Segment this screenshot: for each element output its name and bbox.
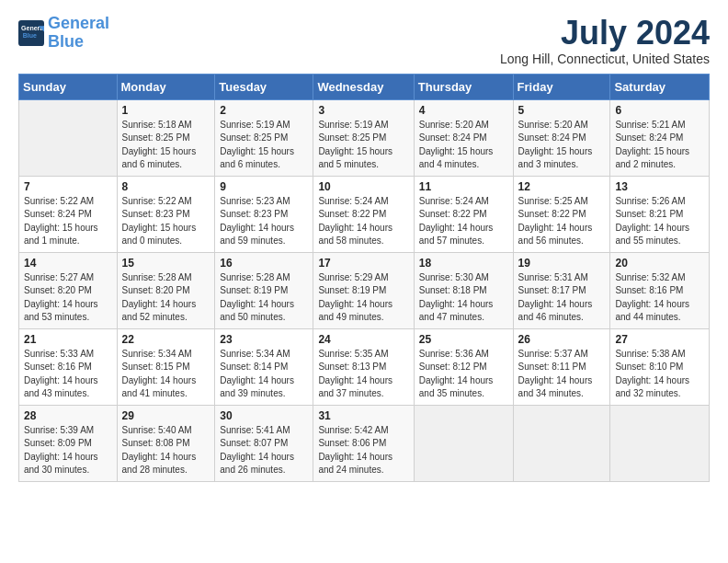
calendar-cell: 1Sunrise: 5:18 AMSunset: 8:25 PMDaylight… [117,99,215,176]
day-number: 10 [318,180,408,193]
day-number: 7 [24,180,112,193]
calendar-week-row: 7Sunrise: 5:22 AMSunset: 8:24 PMDaylight… [19,176,710,252]
day-number: 22 [122,333,210,346]
calendar-cell: 23Sunrise: 5:34 AMSunset: 8:14 PMDayligh… [215,328,313,405]
day-number: 12 [518,180,606,193]
day-info: Sunrise: 5:38 AMSunset: 8:10 PMDaylight:… [615,348,704,401]
day-header-wednesday: Wednesday [313,74,414,99]
day-number: 28 [24,409,112,422]
calendar-cell: 17Sunrise: 5:29 AMSunset: 8:19 PMDayligh… [313,252,414,328]
day-info: Sunrise: 5:40 AMSunset: 8:08 PMDaylight:… [122,424,210,477]
calendar-cell: 8Sunrise: 5:22 AMSunset: 8:23 PMDaylight… [117,176,215,252]
day-info: Sunrise: 5:41 AMSunset: 8:07 PMDaylight:… [220,424,308,477]
day-number: 3 [318,104,408,117]
day-info: Sunrise: 5:24 AMSunset: 8:22 PMDaylight:… [318,195,408,248]
day-number: 25 [419,333,508,346]
calendar-cell: 19Sunrise: 5:31 AMSunset: 8:17 PMDayligh… [513,252,610,328]
day-number: 16 [220,257,308,270]
day-info: Sunrise: 5:28 AMSunset: 8:20 PMDaylight:… [122,271,210,325]
day-info: Sunrise: 5:20 AMSunset: 8:24 PMDaylight:… [518,119,606,172]
day-number: 26 [518,333,606,346]
calendar-cell: 7Sunrise: 5:22 AMSunset: 8:24 PMDaylight… [19,176,118,252]
calendar-cell: 15Sunrise: 5:28 AMSunset: 8:20 PMDayligh… [117,252,215,328]
calendar-week-row: 21Sunrise: 5:33 AMSunset: 8:16 PMDayligh… [19,328,710,405]
day-info: Sunrise: 5:22 AMSunset: 8:24 PMDaylight:… [24,195,112,248]
calendar-cell: 30Sunrise: 5:41 AMSunset: 8:07 PMDayligh… [215,405,313,481]
day-info: Sunrise: 5:20 AMSunset: 8:24 PMDaylight:… [419,119,508,172]
day-number: 14 [24,257,112,270]
calendar-cell [513,405,610,481]
calendar-cell: 27Sunrise: 5:38 AMSunset: 8:10 PMDayligh… [610,328,710,405]
calendar-cell: 28Sunrise: 5:39 AMSunset: 8:09 PMDayligh… [19,405,118,481]
title-block: July 2024 Long Hill, Connecticut, United… [500,15,710,66]
calendar-cell [19,99,118,176]
day-info: Sunrise: 5:28 AMSunset: 8:19 PMDaylight:… [220,271,308,325]
day-number: 19 [518,257,606,270]
day-info: Sunrise: 5:23 AMSunset: 8:23 PMDaylight:… [220,195,308,248]
calendar-cell: 21Sunrise: 5:33 AMSunset: 8:16 PMDayligh… [19,328,118,405]
day-info: Sunrise: 5:29 AMSunset: 8:19 PMDaylight:… [318,271,408,325]
day-info: Sunrise: 5:22 AMSunset: 8:23 PMDaylight:… [122,195,210,248]
calendar-cell: 24Sunrise: 5:35 AMSunset: 8:13 PMDayligh… [313,328,414,405]
calendar-cell: 5Sunrise: 5:20 AMSunset: 8:24 PMDaylight… [513,99,610,176]
day-number: 6 [615,104,704,117]
day-header-sunday: Sunday [19,74,118,99]
day-number: 5 [518,104,606,117]
calendar-cell: 26Sunrise: 5:37 AMSunset: 8:11 PMDayligh… [513,328,610,405]
day-number: 21 [24,333,112,346]
day-header-thursday: Thursday [414,74,513,99]
calendar-cell: 12Sunrise: 5:25 AMSunset: 8:22 PMDayligh… [513,176,610,252]
day-info: Sunrise: 5:35 AMSunset: 8:13 PMDaylight:… [318,348,408,401]
day-info: Sunrise: 5:21 AMSunset: 8:24 PMDaylight:… [615,119,704,172]
day-number: 18 [419,257,508,270]
day-number: 15 [122,257,210,270]
day-number: 2 [220,104,308,117]
day-header-monday: Monday [117,74,215,99]
calendar-cell: 4Sunrise: 5:20 AMSunset: 8:24 PMDaylight… [414,99,513,176]
day-info: Sunrise: 5:19 AMSunset: 8:25 PMDaylight:… [220,119,308,172]
calendar-cell: 20Sunrise: 5:32 AMSunset: 8:16 PMDayligh… [610,252,710,328]
logo-icon: General Blue [18,20,44,46]
calendar-cell: 9Sunrise: 5:23 AMSunset: 8:23 PMDaylight… [215,176,313,252]
logo: General Blue General Blue [18,15,109,52]
calendar-cell: 25Sunrise: 5:36 AMSunset: 8:12 PMDayligh… [414,328,513,405]
calendar-cell: 10Sunrise: 5:24 AMSunset: 8:22 PMDayligh… [313,176,414,252]
day-number: 9 [220,180,308,193]
day-info: Sunrise: 5:34 AMSunset: 8:14 PMDaylight:… [220,348,308,401]
calendar-cell: 18Sunrise: 5:30 AMSunset: 8:18 PMDayligh… [414,252,513,328]
day-info: Sunrise: 5:34 AMSunset: 8:15 PMDaylight:… [122,348,210,401]
day-info: Sunrise: 5:18 AMSunset: 8:25 PMDaylight:… [122,119,210,172]
calendar-week-row: 1Sunrise: 5:18 AMSunset: 8:25 PMDaylight… [19,99,710,176]
day-number: 13 [615,180,704,193]
day-number: 27 [615,333,704,346]
month-year: July 2024 [500,15,710,52]
day-info: Sunrise: 5:37 AMSunset: 8:11 PMDaylight:… [518,348,606,401]
day-info: Sunrise: 5:32 AMSunset: 8:16 PMDaylight:… [615,271,704,325]
calendar-cell: 11Sunrise: 5:24 AMSunset: 8:22 PMDayligh… [414,176,513,252]
day-info: Sunrise: 5:27 AMSunset: 8:20 PMDaylight:… [24,271,112,325]
calendar-cell: 13Sunrise: 5:26 AMSunset: 8:21 PMDayligh… [610,176,710,252]
calendar-cell [610,405,710,481]
calendar-cell: 16Sunrise: 5:28 AMSunset: 8:19 PMDayligh… [215,252,313,328]
calendar-table: SundayMondayTuesdayWednesdayThursdayFrid… [18,74,710,482]
logo-text: General Blue [48,15,109,52]
day-number: 8 [122,180,210,193]
day-number: 20 [615,257,704,270]
day-header-friday: Friday [513,74,610,99]
day-info: Sunrise: 5:31 AMSunset: 8:17 PMDaylight:… [518,271,606,325]
day-number: 30 [220,409,308,422]
day-number: 11 [419,180,508,193]
svg-text:Blue: Blue [23,31,37,38]
calendar-cell: 22Sunrise: 5:34 AMSunset: 8:15 PMDayligh… [117,328,215,405]
day-info: Sunrise: 5:26 AMSunset: 8:21 PMDaylight:… [615,195,704,248]
day-info: Sunrise: 5:19 AMSunset: 8:25 PMDaylight:… [318,119,408,172]
day-info: Sunrise: 5:33 AMSunset: 8:16 PMDaylight:… [24,348,112,401]
calendar-cell: 2Sunrise: 5:19 AMSunset: 8:25 PMDaylight… [215,99,313,176]
day-info: Sunrise: 5:39 AMSunset: 8:09 PMDaylight:… [24,424,112,477]
day-number: 24 [318,333,408,346]
day-number: 17 [318,257,408,270]
calendar-cell: 29Sunrise: 5:40 AMSunset: 8:08 PMDayligh… [117,405,215,481]
page-header: General Blue General Blue July 2024 Long… [18,15,710,66]
calendar-week-row: 28Sunrise: 5:39 AMSunset: 8:09 PMDayligh… [19,405,710,481]
calendar-cell: 31Sunrise: 5:42 AMSunset: 8:06 PMDayligh… [313,405,414,481]
